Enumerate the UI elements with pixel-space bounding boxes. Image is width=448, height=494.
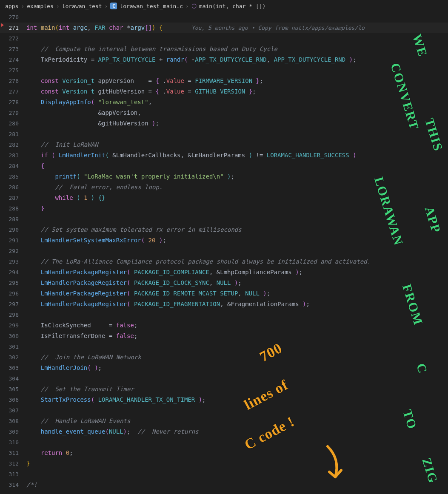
code-content[interactable]: // Handle LoRaWAN Events: [26, 416, 448, 426]
code-line[interactable]: 274 TxPeriodicity = APP_TX_DUTYCYCLE + r…: [0, 54, 448, 65]
code-content[interactable]: // The LoRa-Alliance Compliance protocol…: [26, 256, 448, 267]
code-content[interactable]: TxPeriodicity = APP_TX_DUTYCYCLE + randr…: [26, 54, 448, 65]
line-number: 312: [0, 458, 26, 469]
code-line[interactable]: 294 LmHandlerPackageRegister( PACKAGE_ID…: [0, 267, 448, 278]
code-line[interactable]: 275: [0, 65, 448, 76]
code-line[interactable]: 281: [0, 129, 448, 139]
code-content[interactable]: LmHandlerPackageRegister( PACKAGE_ID_REM…: [26, 288, 448, 299]
code-line[interactable]: 313: [0, 469, 448, 480]
breadcrumb-seg[interactable]: examples: [27, 3, 54, 9]
code-line[interactable]: 288 }: [0, 203, 448, 214]
line-number: 281: [0, 129, 26, 139]
code-line[interactable]: 302 // Join the LoRaWAN Network: [0, 352, 448, 363]
code-content[interactable]: // Fatal error, endless loop.: [26, 182, 448, 193]
code-content[interactable]: IsClockSynched = false;: [26, 320, 448, 331]
code-line[interactable]: 291 LmHandlerSetSystemMaxRxError( 20 );: [0, 235, 448, 246]
code-content[interactable]: // Join the LoRaWAN Network: [26, 352, 448, 363]
code-line[interactable]: 307: [0, 405, 448, 416]
code-content[interactable]: // Set system maximum tolerated rx error…: [26, 224, 448, 235]
code-line[interactable]: 270: [0, 12, 448, 23]
code-line[interactable]: 292: [0, 246, 448, 256]
line-number: 301: [0, 341, 26, 352]
code-line[interactable]: 309 handle_event_queue(NULL); // Never r…: [0, 426, 448, 437]
code-content[interactable]: LmHandlerSetSystemMaxRxError( 20 );: [26, 235, 448, 246]
code-content[interactable]: LmHandlerPackageRegister( PACKAGE_ID_COM…: [26, 267, 448, 278]
code-line[interactable]: 283 if ( LmHandlerInit( &LmHandlerCallba…: [0, 150, 448, 161]
code-line[interactable]: 279 &appVersion,: [0, 108, 448, 118]
code-line[interactable]: 304: [0, 373, 448, 384]
breadcrumb-seg[interactable]: lorawan_test: [62, 3, 102, 9]
code-content[interactable]: }: [26, 203, 448, 214]
code-content[interactable]: // Set the Transmit Timer: [26, 384, 448, 395]
chevron-right-icon: ›: [185, 3, 189, 9]
code-content[interactable]: /*!: [26, 480, 448, 490]
code-line[interactable]: 303 LmHandlerJoin( );: [0, 363, 448, 373]
chevron-right-icon: ›: [56, 3, 60, 9]
code-line[interactable]: 285 printf( "LoRaMac wasn't properly ini…: [0, 171, 448, 182]
code-content[interactable]: LmHandlerJoin( );: [26, 363, 448, 373]
code-line[interactable]: 287 while ( 1 ) {}: [0, 193, 448, 203]
code-line[interactable]: 312}: [0, 458, 448, 469]
code-content[interactable]: &gitHubVersion );: [26, 118, 448, 129]
code-line[interactable]: 314/*!: [0, 480, 448, 490]
code-content[interactable]: const Version_t appVersion = { .Value = …: [26, 76, 448, 86]
code-line[interactable]: 296 LmHandlerPackageRegister( PACKAGE_ID…: [0, 288, 448, 299]
breadcrumb-seg[interactable]: lorawan_test_main.c: [120, 3, 183, 9]
code-line[interactable]: 273 // Compute the interval between tran…: [0, 44, 448, 54]
code-line[interactable]: 295 LmHandlerPackageRegister( PACKAGE_ID…: [0, 278, 448, 288]
code-content[interactable]: }: [26, 458, 448, 469]
code-content[interactable]: if ( LmHandlerInit( &LmHandlerCallbacks,…: [26, 150, 448, 161]
code-line[interactable]: 289: [0, 214, 448, 224]
code-line[interactable]: 282 // Init LoRaWAN: [0, 139, 448, 150]
line-number: 313: [0, 469, 26, 480]
code-content[interactable]: LmHandlerPackageRegister( PACKAGE_ID_FRA…: [26, 299, 448, 309]
line-number: 311: [0, 448, 26, 458]
breadcrumb-seg[interactable]: main(int, char * []): [199, 3, 266, 9]
code-content[interactable]: IsFileTransferDone = false;: [26, 331, 448, 341]
code-line[interactable]: 284 {: [0, 161, 448, 171]
code-line[interactable]: 297 LmHandlerPackageRegister( PACKAGE_ID…: [0, 299, 448, 309]
code-line[interactable]: 299 IsClockSynched = false;: [0, 320, 448, 331]
code-editor[interactable]: 270271int main(int argc, FAR char *argv[…: [0, 12, 448, 494]
code-line[interactable]: 280 &gitHubVersion );: [0, 118, 448, 129]
code-content[interactable]: // Init LoRaWAN: [26, 139, 448, 150]
code-content[interactable]: StartTxProcess( LORAMAC_HANDLER_TX_ON_TI…: [26, 395, 448, 405]
code-content[interactable]: DisplayAppInfo( "lorawan_test",: [26, 97, 448, 108]
code-content[interactable]: handle_event_queue(NULL); // Never retur…: [26, 426, 448, 437]
breadcrumb-seg[interactable]: apps: [5, 3, 18, 9]
code-content[interactable]: printf( "LoRaMac wasn't properly initial…: [26, 171, 448, 182]
code-line[interactable]: 271int main(int argc, FAR char *argv[]) …: [0, 23, 448, 33]
line-number: 295: [0, 278, 26, 288]
code-line[interactable]: 278 DisplayAppInfo( "lorawan_test",: [0, 97, 448, 108]
git-blame-annotation[interactable]: You, 5 months ago • Copy from nuttx/apps…: [191, 25, 365, 31]
code-line[interactable]: 301: [0, 341, 448, 352]
code-content[interactable]: LmHandlerPackageRegister( PACKAGE_ID_CLO…: [26, 278, 448, 288]
code-line[interactable]: 310: [0, 437, 448, 448]
code-content[interactable]: &appVersion,: [26, 108, 448, 118]
code-line[interactable]: 305 // Set the Transmit Timer: [0, 384, 448, 395]
code-line[interactable]: 293 // The LoRa-Alliance Compliance prot…: [0, 256, 448, 267]
code-line[interactable]: 298: [0, 309, 448, 320]
code-content[interactable]: int main(int argc, FAR char *argv[]) { Y…: [26, 23, 448, 33]
code-content[interactable]: const Version_t gitHubVersion = { .Value…: [26, 86, 448, 97]
code-line[interactable]: 311 return 0;: [0, 448, 448, 458]
code-content[interactable]: return 0;: [26, 448, 448, 458]
code-content[interactable]: {: [26, 161, 448, 171]
line-number: 310: [0, 437, 26, 448]
code-line[interactable]: 286 // Fatal error, endless loop.: [0, 182, 448, 193]
line-number: 298: [0, 309, 26, 320]
c-file-icon: C: [110, 3, 117, 9]
code-line[interactable]: 276 const Version_t appVersion = { .Valu…: [0, 76, 448, 86]
code-line[interactable]: 290 // Set system maximum tolerated rx e…: [0, 224, 448, 235]
symbol-method-icon: ⬡: [191, 3, 197, 9]
code-line[interactable]: 308 // Handle LoRaWAN Events: [0, 416, 448, 426]
line-number: 278: [0, 97, 26, 108]
code-content[interactable]: // Compute the interval between transmis…: [26, 44, 448, 54]
line-number: 283: [0, 150, 26, 161]
line-number: 274: [0, 54, 26, 65]
code-line[interactable]: 272: [0, 33, 448, 44]
code-line[interactable]: 306 StartTxProcess( LORAMAC_HANDLER_TX_O…: [0, 395, 448, 405]
code-line[interactable]: 277 const Version_t gitHubVersion = { .V…: [0, 86, 448, 97]
code-line[interactable]: 300 IsFileTransferDone = false;: [0, 331, 448, 341]
code-content[interactable]: while ( 1 ) {}: [26, 193, 448, 203]
